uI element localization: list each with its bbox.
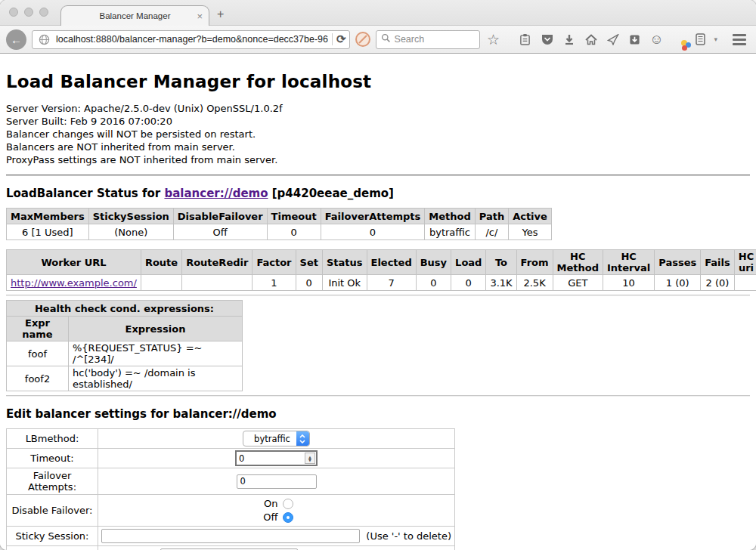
failover-on-radio[interactable] bbox=[283, 499, 293, 509]
column-header: Elected bbox=[367, 250, 416, 275]
worker-url-link[interactable]: http://www.example.com/ bbox=[11, 277, 137, 289]
install-icon[interactable] bbox=[627, 34, 643, 45]
sticky-session-input[interactable] bbox=[101, 529, 360, 543]
radio-on-label: On bbox=[260, 498, 278, 509]
health-check-table: Health check cond. expressions: Expr nam… bbox=[6, 300, 243, 391]
workers-table: Worker URLRouteRouteRedirFactorSetStatus… bbox=[6, 249, 756, 291]
sticky-session-label: Sticky Session: bbox=[7, 527, 98, 546]
zoom-window-button[interactable] bbox=[39, 8, 48, 17]
table-cell: Init Ok bbox=[322, 275, 367, 291]
column-header: Method bbox=[425, 209, 475, 224]
failover-off-radio[interactable] bbox=[283, 512, 293, 523]
blocked-content-icon[interactable] bbox=[355, 32, 370, 47]
column-header: Path bbox=[475, 209, 508, 224]
column-header: HC Method bbox=[553, 250, 603, 275]
tab-strip: Balancer Manager × + bbox=[0, 0, 756, 25]
column-header: StickySession bbox=[88, 209, 173, 224]
sticky-session-row: Sticky Session: (Use '-' to delete) bbox=[7, 527, 455, 546]
table-cell: /c/ bbox=[475, 224, 508, 240]
server-info-line: Balancer changes will NOT be persisted o… bbox=[6, 128, 750, 141]
download-icon[interactable] bbox=[561, 34, 578, 45]
divider bbox=[6, 295, 750, 296]
page-content: Load Balancer Manager for localhost Serv… bbox=[0, 54, 756, 550]
column-header: HC uri bbox=[734, 250, 756, 275]
tab-close-icon[interactable]: × bbox=[197, 11, 203, 21]
minimize-window-button[interactable] bbox=[24, 8, 33, 17]
tab-title: Balancer Manager bbox=[100, 11, 171, 20]
url-bar[interactable]: localhost:8880/balancer-manager?b=demo&n… bbox=[32, 30, 350, 49]
column-header: Set bbox=[296, 250, 322, 275]
new-tab-button[interactable]: + bbox=[217, 8, 224, 21]
server-info-line: Balancers are NOT inherited from main se… bbox=[6, 141, 750, 153]
url-text[interactable]: localhost:8880/balancer-manager?b=demo&n… bbox=[56, 34, 328, 45]
table-cell: Off bbox=[173, 224, 267, 240]
status-heading-suffix: [p4420eeae_demo] bbox=[268, 187, 394, 200]
balancer-table-row: 6 [1 Used](None)Off00bytraffic/c/Yes bbox=[7, 224, 552, 240]
caret-down-icon[interactable]: ▾ bbox=[714, 36, 718, 43]
back-button[interactable]: ← bbox=[6, 29, 26, 50]
disable-failover-row: Disable Failover: On Off bbox=[7, 495, 455, 527]
balancer-params-table: MaxMembersStickySessionDisableFailoverTi… bbox=[6, 208, 552, 240]
bookmark-star-icon[interactable]: ☆ bbox=[485, 32, 502, 47]
lbmethod-select[interactable]: bytraffic bbox=[243, 431, 310, 446]
health-table-header-row: Expr nameExpression bbox=[7, 317, 243, 341]
column-header: To bbox=[486, 250, 516, 275]
table-cell bbox=[734, 275, 756, 291]
table-cell: 1 bbox=[253, 275, 296, 291]
column-header: Status bbox=[322, 250, 367, 275]
table-cell: Yes bbox=[509, 224, 552, 240]
timeout-field-cell: 0 ▲▼ bbox=[98, 449, 455, 468]
chat-smiley-icon[interactable]: ☺ bbox=[649, 32, 665, 46]
send-icon[interactable] bbox=[605, 34, 621, 45]
divider bbox=[6, 395, 750, 397]
lbmethod-selected-value: bytraffic bbox=[243, 431, 296, 446]
server-info-line: ProxyPass settings are NOT inherited fro… bbox=[6, 153, 750, 166]
disable-failover-label: Disable Failover: bbox=[7, 495, 98, 527]
edit-settings-heading: Edit balancer settings for balancer://de… bbox=[6, 407, 750, 421]
search-bar[interactable]: Search bbox=[376, 30, 480, 49]
select-stepper-icon bbox=[296, 431, 309, 446]
health-table-title: Health check cond. expressions: bbox=[7, 301, 243, 317]
balancer-demo-link[interactable]: balancer://demo bbox=[164, 187, 268, 200]
table-cell: 3.1K bbox=[486, 275, 516, 291]
reload-icon[interactable]: ⟳ bbox=[336, 32, 346, 46]
column-header: Timeout bbox=[267, 209, 321, 224]
timeout-row: Timeout: 0 ▲▼ bbox=[7, 449, 455, 468]
menu-icon[interactable] bbox=[733, 34, 749, 45]
home-icon[interactable] bbox=[583, 34, 600, 45]
search-icon bbox=[381, 32, 391, 46]
balancer-table-header-row: MaxMembersStickySessionDisableFailoverTi… bbox=[7, 209, 552, 224]
urlbar-separator bbox=[332, 33, 333, 45]
table-cell: 0 bbox=[321, 224, 425, 240]
workers-table-row: http://www.example.com/10Init Ok7003.1K2… bbox=[7, 275, 756, 291]
table-cell bbox=[141, 275, 181, 291]
table-cell: 0 bbox=[451, 275, 486, 291]
radio-off-label: Off bbox=[260, 511, 278, 523]
table-cell: GET bbox=[553, 275, 603, 291]
column-header: Active bbox=[509, 209, 552, 224]
edit-balancer-form: LBmethod: bytraffic Timeout: 0 ▲▼ bbox=[6, 428, 455, 550]
sticky-field-cell: (Use '-' to delete) bbox=[98, 527, 455, 546]
browser-window: Balancer Manager × + ← localhost:8880/ba… bbox=[0, 0, 756, 550]
pocket-icon[interactable] bbox=[539, 34, 556, 45]
number-spinner-icon[interactable]: ▲▼ bbox=[305, 453, 315, 464]
add-worker-row: Add New Worker: Are you sure? bbox=[7, 546, 455, 550]
expr-name-cell: foof2 bbox=[7, 366, 69, 391]
divider bbox=[6, 175, 750, 176]
column-header: Load bbox=[451, 250, 486, 275]
clipboard-icon[interactable] bbox=[517, 33, 534, 45]
status-heading-prefix: LoadBalancer Status for bbox=[6, 187, 164, 200]
column-header: From bbox=[516, 250, 553, 275]
timeout-input[interactable]: 0 ▲▼ bbox=[235, 450, 318, 466]
failover-attempts-label: Failover Attempts: bbox=[7, 468, 98, 495]
table-cell: 10 bbox=[603, 275, 654, 291]
tab-balancer-manager[interactable]: Balancer Manager × bbox=[60, 5, 209, 26]
table-cell: 7 bbox=[367, 275, 416, 291]
failover-attempts-value: 0 bbox=[240, 476, 246, 487]
close-window-button[interactable] bbox=[9, 8, 18, 17]
workers-table-header-row: Worker URLRouteRouteRedirFactorSetStatus… bbox=[7, 250, 756, 275]
notes-icon[interactable] bbox=[692, 33, 709, 45]
table-cell: bytraffic bbox=[425, 224, 475, 240]
lbmethod-row: LBmethod: bytraffic bbox=[7, 429, 455, 449]
failover-attempts-input[interactable]: 0 bbox=[237, 474, 317, 489]
